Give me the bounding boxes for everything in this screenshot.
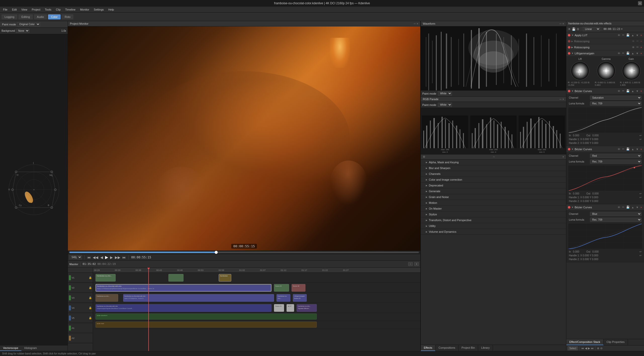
- monitor-minimize-icon[interactable]: ─: [414, 22, 416, 25]
- effects-tab-projectbin[interactable]: Project Bin: [458, 345, 478, 351]
- effects-category-volume[interactable]: Volume and Dynamics: [421, 229, 566, 235]
- effect-bezier2-header[interactable]: ▼ Bézier Curves 👁 ✏ 💾 ▲ ▼ ×: [566, 146, 644, 152]
- effect-roto2-header[interactable]: ▶ Rotoscoping 👁 ✏ ×: [566, 44, 644, 50]
- top-tab-editing[interactable]: Editing: [18, 14, 33, 19]
- bt-icon1[interactable]: ⏮: [581, 347, 584, 350]
- menu-item-monitor[interactable]: Monitor: [78, 8, 91, 12]
- effects-category-deprecated[interactable]: Deprecated: [421, 183, 566, 188]
- expand-roto2[interactable]: ▶: [571, 46, 573, 49]
- lock-icon-v4[interactable]: 🔒: [89, 306, 92, 309]
- tl-zoom-out[interactable]: −: [408, 262, 413, 266]
- reset-icon-b2[interactable]: ↩: [639, 192, 641, 195]
- up-icon-b3[interactable]: ▲: [631, 206, 635, 209]
- track-lane-a2[interactable]: audio track: [93, 321, 420, 329]
- del-icon-roto2[interactable]: ×: [640, 46, 642, 49]
- track-lane-v1[interactable]: framboise-ou-cho... framboise: [93, 273, 420, 283]
- bt-icon2[interactable]: ◀: [585, 347, 587, 350]
- es-icon-save[interactable]: 💾: [572, 27, 576, 31]
- reset-icon-b3[interactable]: ↩: [639, 250, 641, 253]
- del-icon-b3[interactable]: ×: [640, 206, 642, 209]
- bezier2-graph[interactable]: [568, 166, 642, 191]
- up-icon-b2[interactable]: ▲: [631, 147, 635, 151]
- channel-select-b3[interactable]: Blue: [590, 212, 641, 216]
- es-icon-settings[interactable]: ⚙: [577, 27, 579, 31]
- bezier1-graph[interactable]: [568, 107, 642, 133]
- effect-bezier1-header[interactable]: ▼ Bézier Curves 👁 ✏ 💾 ▲ ▼ ×: [566, 88, 644, 94]
- es-icon-eye[interactable]: 👁: [568, 27, 571, 31]
- background-select[interactable]: None: [16, 29, 29, 33]
- channel-select-b2[interactable]: Red: [590, 154, 641, 158]
- clip-v1-2[interactable]: [168, 274, 183, 282]
- clip-v2-3[interactable]: Scene 18: [292, 284, 305, 292]
- monitor-progress[interactable]: [68, 251, 420, 254]
- clip-a1-1[interactable]: audio waveform: [96, 313, 317, 320]
- close-button[interactable]: ×: [638, 1, 642, 5]
- clip-v3-4[interactable]: Lift/gamma/gain Scene 23: [293, 294, 307, 302]
- edit-icon-roto2[interactable]: ✏: [636, 45, 639, 49]
- paint-mode-select[interactable]: Original Color: [17, 22, 40, 26]
- effect-lgg-header[interactable]: ▼ Lift/gamma/gain 👁 ✏ 💾 ▲ ▼ ×: [566, 50, 644, 56]
- waveform-mode-select[interactable]: White: [438, 91, 452, 96]
- reset-handle1-b3[interactable]: ↩: [639, 254, 641, 257]
- top-tab-color[interactable]: Color: [48, 14, 61, 19]
- waveform-minimize[interactable]: ─: [560, 22, 562, 25]
- menu-item-file[interactable]: File: [1, 8, 10, 12]
- lift-wheel[interactable]: [571, 61, 589, 80]
- vectorscope-tab[interactable]: Vectorscope: [0, 345, 21, 351]
- lock-icon-v1[interactable]: 🔒: [89, 276, 92, 279]
- bt-icon4[interactable]: ⏭: [591, 347, 594, 350]
- down-icon-b1[interactable]: ▼: [635, 89, 639, 93]
- effects-category-grain[interactable]: Grain and Noise: [421, 194, 566, 200]
- rgb-mode-select[interactable]: White: [438, 103, 452, 107]
- waveform-close[interactable]: ×: [563, 22, 564, 25]
- clip-v4-4[interactable]: framboise-ou-cho... Vignette Effects/...: [297, 304, 317, 312]
- effects-tab-effects[interactable]: Effects: [421, 345, 435, 351]
- effects-panel-close[interactable]: ×: [563, 155, 564, 159]
- clip-v3-3[interactable]: framboise-ou-cho...: [277, 294, 290, 302]
- top-tab-roto[interactable]: Roto: [62, 14, 73, 19]
- expand-bezier2[interactable]: ▼: [571, 148, 574, 150]
- effect-applylut-header[interactable]: ▼ Apply LUT 👁 ✏ 💾 ▲ ▼ ×: [566, 32, 644, 38]
- save-icon-lut[interactable]: 💾: [626, 33, 630, 37]
- effects-panel-expand[interactable]: ─: [493, 155, 495, 159]
- monitor-close-icon[interactable]: ×: [417, 22, 418, 25]
- eye-icon-b2[interactable]: 👁: [617, 147, 621, 151]
- reset-handle1-b1[interactable]: ↩: [639, 138, 641, 141]
- reset-handle1-b2[interactable]: ↩: [639, 196, 641, 199]
- clip-a2-1[interactable]: audio track: [96, 322, 317, 328]
- up-icon-lgg[interactable]: ▲: [631, 52, 635, 55]
- save-icon-b2[interactable]: 💾: [626, 147, 630, 151]
- lock-icon-v5[interactable]: 🔒: [89, 317, 92, 319]
- luma-select-b2[interactable]: Rec. 709: [590, 160, 641, 164]
- del-icon-b1[interactable]: ×: [640, 89, 642, 93]
- timeline-tracks[interactable]: 00:29 00:33 00:38 00:43 00:46 00:53 00:5…: [93, 268, 420, 351]
- effects-category-stylize[interactable]: Stylize: [421, 212, 566, 217]
- edit-icon-lgg[interactable]: ✏: [622, 51, 625, 55]
- rgb-minimize[interactable]: ─: [560, 98, 562, 101]
- down-icon-lgg[interactable]: ▼: [635, 52, 639, 55]
- expand-applylut[interactable]: ▼: [571, 34, 574, 36]
- effects-category-blur[interactable]: Blur and Sharpen: [421, 165, 566, 171]
- luma-select-b1[interactable]: Rec. 709: [590, 101, 641, 106]
- top-tab-audio[interactable]: Audio: [34, 14, 47, 19]
- skip-start-btn[interactable]: ⏮: [87, 255, 91, 259]
- edit-icon-b3[interactable]: ✏: [622, 205, 625, 209]
- channel-select-b1[interactable]: Saturation: [590, 96, 641, 100]
- next-frame-btn[interactable]: ▶▶: [115, 255, 120, 259]
- track-lane-v2[interactable]: framboise-ou-chocolat-edit.mkv Apply LUT…: [93, 283, 420, 293]
- menu-item-clip[interactable]: Clip: [54, 8, 63, 12]
- play-btn[interactable]: ▶: [105, 255, 108, 260]
- step-back-btn[interactable]: ◀: [100, 255, 103, 259]
- progress-bar[interactable]: [69, 252, 419, 253]
- save-icon-b3[interactable]: 💾: [626, 205, 630, 209]
- clip-v2-main[interactable]: framboise-ou-chocolat-edit.mkv Apply LUT…: [96, 284, 271, 292]
- eye-icon-roto1[interactable]: 👁: [631, 39, 635, 43]
- up-icon-lut[interactable]: ▲: [631, 33, 635, 37]
- luma-select-b3[interactable]: Rec. 709: [590, 218, 641, 222]
- select-btn[interactable]: Select: [568, 346, 578, 350]
- effects-category-onmaster[interactable]: On Master: [421, 206, 566, 212]
- clip-v1-1[interactable]: framboise-ou-cho...: [96, 274, 116, 282]
- clip-v4-3[interactable]: se 17: [287, 304, 294, 312]
- effects-category-channels[interactable]: Channels: [421, 171, 566, 177]
- skip-end-btn[interactable]: ⏭: [122, 255, 126, 259]
